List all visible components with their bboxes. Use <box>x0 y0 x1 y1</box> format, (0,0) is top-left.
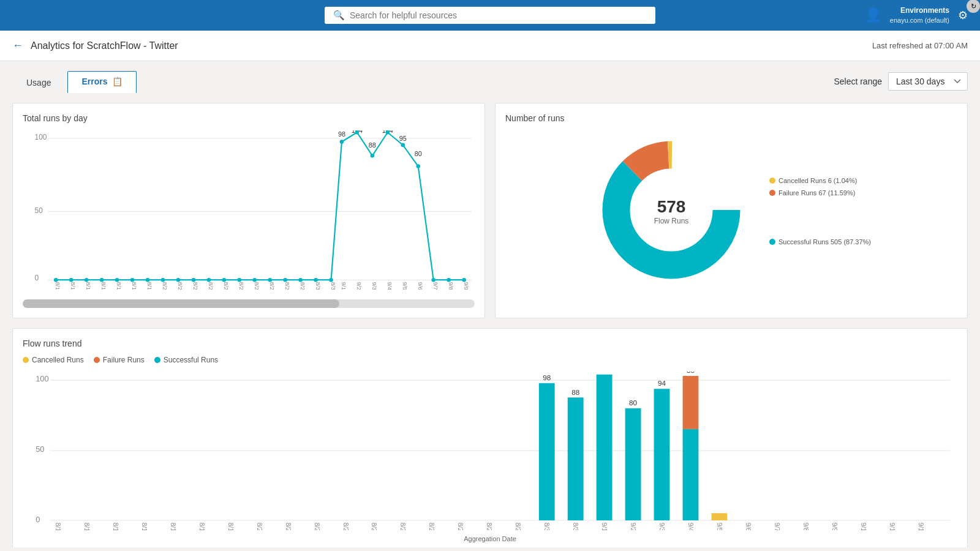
svg-text:8/25/2020: 8/25/2020 <box>238 282 245 290</box>
topbar: 🔍 👤 Environments enayu.com (default) ⚙ <box>0 0 980 31</box>
svg-text:8/19/2020: 8/19/2020 <box>227 523 235 530</box>
settings-button[interactable]: ⚙ <box>958 9 968 22</box>
refresh-text: Last refreshed at 07:00 AM <box>872 41 968 50</box>
range-select[interactable]: Last 30 days Last 7 days Last 90 days <box>888 72 968 91</box>
svg-text:100: 100 <box>35 133 47 141</box>
cancelled-dot <box>769 178 775 184</box>
svg-text:9/3/2020: 9/3/2020 <box>658 523 666 530</box>
svg-text:9/3/2020: 9/3/2020 <box>371 282 378 290</box>
svg-text:9/7/2020: 9/7/2020 <box>774 523 781 530</box>
svg-text:9/1/2020: 9/1/2020 <box>601 523 608 530</box>
person-icon: 👤 <box>865 7 881 23</box>
svg-text:8/31/2020: 8/31/2020 <box>330 282 337 290</box>
bar-9-2-successful <box>625 408 641 520</box>
svg-text:8/13/2020: 8/13/2020 <box>55 523 62 530</box>
number-of-runs-card: Number of runs 578 <box>495 103 968 318</box>
env-name: enayu.com (default) <box>890 16 949 24</box>
bar-9-4-successful <box>683 429 699 520</box>
svg-text:0: 0 <box>35 274 39 282</box>
donut-center: 578 Flow Runs <box>654 197 689 225</box>
svg-point-31 <box>340 140 344 144</box>
svg-text:100: 100 <box>36 375 49 384</box>
svg-text:9/11/2020: 9/11/2020 <box>889 523 896 530</box>
tab-errors[interactable]: Errors 📋 <box>67 71 137 93</box>
svg-text:38: 38 <box>687 372 695 374</box>
svg-text:8/16/2020: 8/16/2020 <box>100 282 107 290</box>
svg-text:8/26/2020: 8/26/2020 <box>254 282 260 290</box>
number-of-runs-title: Number of runs <box>505 113 957 123</box>
svg-text:9/9/2020: 9/9/2020 <box>831 523 839 530</box>
svg-text:8/16/2020: 8/16/2020 <box>141 523 148 530</box>
svg-text:94: 94 <box>658 380 666 388</box>
failure-runs-label: Failure Runs <box>103 356 145 364</box>
svg-point-34 <box>386 130 390 135</box>
svg-text:9/8/2020: 9/8/2020 <box>802 523 810 530</box>
search-input[interactable] <box>350 10 647 20</box>
svg-text:8/26/2020: 8/26/2020 <box>428 523 435 530</box>
charts-row-1: Total runs by day 100 50 0 98 <box>12 103 968 318</box>
svg-text:8/15/2020: 8/15/2020 <box>112 523 119 530</box>
svg-text:88: 88 <box>369 141 376 149</box>
svg-text:8/14/2020: 8/14/2020 <box>70 282 77 290</box>
chart-scrollbar[interactable] <box>23 299 475 308</box>
total-runs-label: Flow Runs <box>654 217 689 225</box>
svg-text:50: 50 <box>36 445 44 454</box>
bar-8-30-successful <box>539 383 555 520</box>
svg-text:8/20/2020: 8/20/2020 <box>256 523 263 530</box>
svg-text:0: 0 <box>36 515 40 525</box>
environment-info: Environments enayu.com (default) <box>890 6 949 24</box>
svg-text:8/20/2020: 8/20/2020 <box>162 282 168 290</box>
back-button[interactable]: ← <box>12 39 23 52</box>
failure-label: Failure Runs 67 (11.59%) <box>778 189 855 197</box>
line-chart-svg: 100 50 0 98 104 88 104 95 <box>23 130 475 290</box>
bar-9-4-failure <box>683 377 699 430</box>
tab-usage[interactable]: Usage <box>12 72 65 93</box>
svg-text:9/8/2020: 9/8/2020 <box>448 282 454 290</box>
cancelled-runs-label: Cancelled Runs <box>32 356 84 364</box>
svg-text:8/28/2020: 8/28/2020 <box>284 282 291 290</box>
tabs: Usage Errors 📋 <box>12 71 137 93</box>
svg-text:98: 98 <box>338 130 345 138</box>
svg-text:9/7/2020: 9/7/2020 <box>432 282 439 290</box>
legend-failure-runs: Failure Runs <box>94 356 145 364</box>
svg-text:8/27/2020: 8/27/2020 <box>269 282 276 290</box>
svg-text:8/21/2020: 8/21/2020 <box>177 282 184 290</box>
x-axis-label: Aggregation Date <box>23 535 957 542</box>
svg-text:9/2/2020: 9/2/2020 <box>356 282 363 290</box>
successful-label: Successful Runs 505 (87.37%) <box>778 238 871 246</box>
search-bar[interactable]: 🔍 <box>325 7 655 24</box>
env-title: Environments <box>890 6 949 16</box>
bar-chart-svg: 100 50 0 98 88 <box>23 372 957 530</box>
svg-text:9/10/2020: 9/10/2020 <box>860 523 867 530</box>
legend-successful-runs: Successful Runs <box>154 356 218 364</box>
svg-text:8/18/2020: 8/18/2020 <box>131 282 138 290</box>
svg-text:8/21/2020: 8/21/2020 <box>285 523 292 530</box>
svg-text:9/6/2020: 9/6/2020 <box>417 282 424 290</box>
svg-text:9/9/2020: 9/9/2020 <box>463 282 470 290</box>
tabs-bar: Usage Errors 📋 Select range Last 30 days… <box>0 61 980 93</box>
svg-text:8/22/2020: 8/22/2020 <box>192 282 199 290</box>
total-runs-title: Total runs by day <box>23 113 475 123</box>
select-range-group: Select range Last 30 days Last 7 days La… <box>834 72 968 91</box>
page-title: Analytics for ScratchFlow - Twitter <box>31 40 178 51</box>
svg-text:80: 80 <box>629 399 638 407</box>
bar-8-31-successful <box>568 398 584 521</box>
svg-text:80: 80 <box>415 150 422 157</box>
svg-text:98: 98 <box>543 374 551 382</box>
successful-color <box>154 357 160 363</box>
svg-point-32 <box>355 130 360 135</box>
subheader-left: ← Analytics for ScratchFlow - Twitter <box>12 39 178 52</box>
svg-text:50: 50 <box>35 206 43 215</box>
svg-text:9/4/2020: 9/4/2020 <box>386 282 393 290</box>
legend-failure: Failure Runs 67 (11.59%) <box>769 189 871 197</box>
svg-text:8/28/2020: 8/28/2020 <box>486 523 493 530</box>
bar-9-5-cancelled <box>712 514 728 521</box>
svg-text:9/12/2020: 9/12/2020 <box>918 523 925 530</box>
svg-text:8/24/2020: 8/24/2020 <box>371 523 378 530</box>
svg-text:8/15/2020: 8/15/2020 <box>85 282 92 290</box>
donut-legend: Cancelled Runs 6 (1.04%) Failure Runs 67… <box>769 177 871 246</box>
svg-text:9/4/2020: 9/4/2020 <box>687 523 695 530</box>
successful-runs-label: Successful Runs <box>164 356 218 364</box>
main-content: Total runs by day 100 50 0 98 <box>0 93 980 547</box>
svg-text:8/23/2020: 8/23/2020 <box>208 282 214 290</box>
